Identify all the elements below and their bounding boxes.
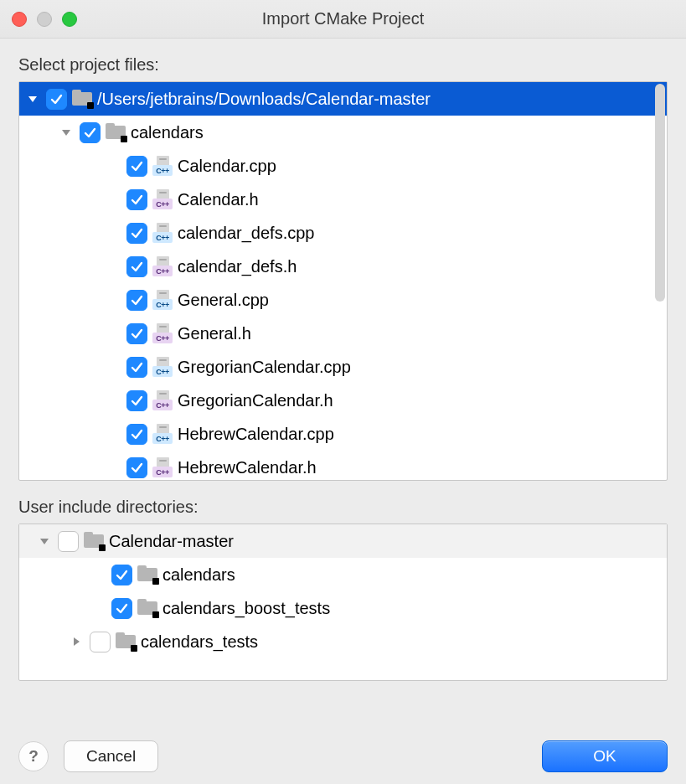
close-icon[interactable] — [12, 12, 27, 27]
include-tree: Calendar-master calendars calendars_boos… — [19, 524, 667, 658]
cancel-button[interactable]: Cancel — [64, 740, 158, 772]
folder-icon — [137, 566, 157, 583]
include-tree-panel: Calendar-master calendars calendars_boos… — [18, 524, 668, 681]
checkbox[interactable] — [126, 256, 147, 277]
zoom-icon[interactable] — [62, 12, 77, 27]
h-file-icon: C++ — [152, 256, 173, 276]
tree-item-label: General.h — [178, 324, 251, 343]
tree-row-file[interactable]: C++ GregorianCalendar.cpp — [19, 350, 667, 384]
checkbox[interactable] — [126, 357, 147, 378]
project-files-label: Select project files: — [18, 55, 668, 75]
tree-row-folder[interactable]: calendars_tests — [19, 625, 667, 658]
tree-item-label: HebrewCalendar.h — [178, 458, 317, 477]
checkbox[interactable] — [126, 223, 147, 244]
disclosure-open-icon[interactable] — [58, 124, 75, 141]
checkbox[interactable] — [126, 390, 147, 411]
tree-row-folder[interactable]: calendars — [19, 558, 667, 591]
checkbox[interactable] — [126, 290, 147, 311]
h-file-icon: C++ — [152, 457, 173, 477]
scrollbar-thumb[interactable] — [655, 84, 665, 302]
minimize-icon[interactable] — [37, 12, 52, 27]
cpp-file-icon: C++ — [152, 156, 173, 176]
checkbox[interactable] — [80, 122, 101, 143]
tree-item-label: calendars — [131, 123, 204, 142]
cpp-file-icon: C++ — [152, 357, 173, 377]
folder-icon — [137, 600, 157, 616]
cpp-file-icon: C++ — [152, 290, 173, 310]
checkbox[interactable] — [126, 189, 147, 210]
tree-item-label: calendar_defs.cpp — [178, 224, 314, 243]
project-tree-panel: /Users/jetbrains/Downloads/Calendar-mast… — [18, 81, 668, 481]
tree-row-file[interactable]: C++ calendar_defs.h — [19, 250, 667, 283]
checkbox[interactable] — [126, 323, 147, 344]
folder-icon — [106, 124, 126, 141]
tree-row-root[interactable]: /Users/jetbrains/Downloads/Calendar-mast… — [19, 82, 667, 116]
folder-icon — [72, 90, 92, 107]
tree-row-file[interactable]: C++ GregorianCalendar.h — [19, 384, 667, 417]
checkbox[interactable] — [126, 156, 147, 177]
disclosure-open-icon[interactable] — [24, 90, 41, 107]
checkbox[interactable] — [46, 89, 67, 110]
tree-item-label: GregorianCalendar.h — [178, 391, 333, 410]
tree-row-file[interactable]: C++ HebrewCalendar.h — [19, 451, 667, 484]
project-tree: /Users/jetbrains/Downloads/Calendar-mast… — [19, 82, 667, 484]
folder-icon — [84, 533, 104, 549]
tree-item-label: Calendar.cpp — [178, 157, 276, 176]
scrollbar[interactable] — [655, 84, 665, 478]
checkbox[interactable] — [58, 531, 79, 552]
tree-item-label: HebrewCalendar.cpp — [178, 425, 334, 444]
include-dirs-label: User include directories: — [18, 498, 668, 517]
tree-row-file[interactable]: C++ General.h — [19, 317, 667, 350]
titlebar: Import CMake Project — [0, 0, 686, 39]
disclosure-placeholder — [90, 600, 106, 616]
h-file-icon: C++ — [152, 189, 173, 209]
tree-row-file[interactable]: C++ General.cpp — [19, 283, 667, 317]
checkbox[interactable] — [111, 565, 132, 585]
tree-item-label: Calendar.h — [178, 190, 259, 209]
checkbox[interactable] — [111, 598, 132, 619]
help-button[interactable]: ? — [18, 741, 49, 771]
cpp-file-icon: C++ — [152, 223, 173, 243]
tree-item-label: General.cpp — [178, 291, 269, 310]
tree-row-folder[interactable]: calendars — [19, 116, 667, 149]
h-file-icon: C++ — [152, 390, 173, 410]
tree-row-file[interactable]: C++ HebrewCalendar.cpp — [19, 417, 667, 451]
tree-row-file[interactable]: C++ Calendar.cpp — [19, 149, 667, 183]
tree-item-label: calendars_boost_tests — [162, 599, 330, 618]
tree-row-file[interactable]: C++ calendar_defs.cpp — [19, 216, 667, 250]
h-file-icon: C++ — [152, 323, 173, 343]
tree-row-file[interactable]: C++ Calendar.h — [19, 183, 667, 216]
ok-button[interactable]: OK — [542, 740, 668, 772]
tree-row-folder[interactable]: calendars_boost_tests — [19, 591, 667, 625]
tree-item-label: calendars_tests — [141, 632, 258, 652]
checkbox[interactable] — [126, 424, 147, 445]
disclosure-open-icon[interactable] — [36, 533, 53, 549]
checkbox[interactable] — [90, 632, 111, 652]
disclosure-placeholder — [90, 566, 106, 583]
tree-item-label: calendar_defs.h — [178, 257, 297, 276]
tree-item-label: calendars — [162, 565, 235, 585]
cpp-file-icon: C++ — [152, 424, 173, 444]
tree-item-label: Calendar-master — [109, 532, 234, 551]
traffic-lights — [12, 12, 77, 27]
window-title: Import CMake Project — [0, 9, 686, 28]
tree-item-label: GregorianCalendar.cpp — [178, 358, 351, 377]
tree-item-label: /Users/jetbrains/Downloads/Calendar-mast… — [97, 90, 431, 109]
folder-icon — [116, 633, 136, 650]
disclosure-closed-icon[interactable] — [68, 633, 85, 650]
checkbox[interactable] — [126, 457, 147, 478]
tree-row-folder[interactable]: Calendar-master — [19, 524, 667, 558]
